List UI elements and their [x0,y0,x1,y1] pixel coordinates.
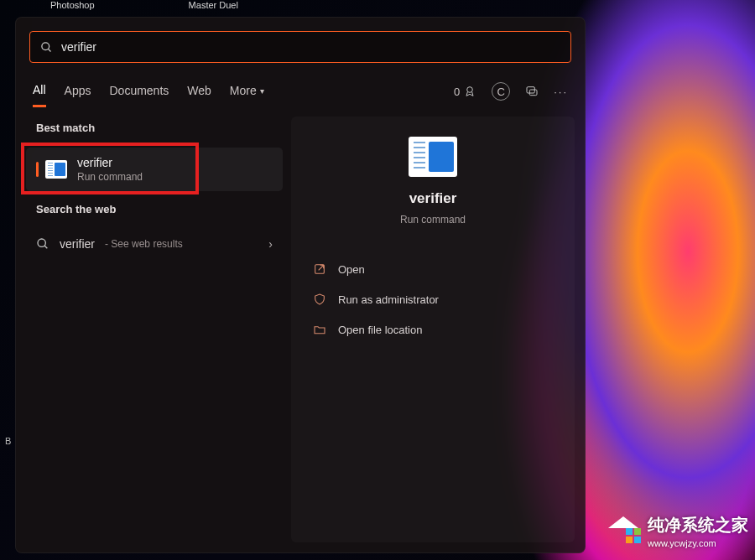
desktop-icon-label[interactable]: Master Duel [189,0,238,17]
action-run-admin[interactable]: Run as administrator [308,286,558,313]
action-label: Run as administrator [338,293,439,306]
profile-avatar[interactable]: C [492,82,510,101]
results-left-column: Best match verifier Run command Search t… [26,117,283,542]
folder-icon [313,323,326,336]
search-web-label: Search the web [26,198,283,222]
start-search-panel: All Apps Documents Web More▾ 0 C ··· Bes… [15,17,586,553]
search-icon [40,41,53,54]
header-actions: 0 C ··· [454,82,568,101]
svg-point-5 [38,239,45,246]
action-open[interactable]: Open [308,256,558,283]
chevron-down-icon: ▾ [260,86,264,96]
more-options-icon[interactable]: ··· [554,86,568,98]
shield-icon [313,293,326,306]
tab-more[interactable]: More▾ [230,76,264,107]
desktop-icons-row: Photoshop Master Duel [50,0,755,17]
run-command-icon-large [409,137,457,177]
tab-web[interactable]: Web [187,76,211,107]
svg-line-6 [44,246,47,248]
web-term: verifier [60,237,95,251]
points-value: 0 [454,86,460,98]
chevron-right-icon: › [268,237,273,251]
web-search-result[interactable]: verifier - See web results › [26,229,283,259]
best-match-text: verifier Run command [77,156,143,183]
rewards-points[interactable]: 0 [454,85,476,98]
tabs-row: All Apps Documents Web More▾ 0 C ··· [16,73,585,110]
desktop-icon-label[interactable]: Photoshop [50,0,95,17]
detail-header: verifier Run command [308,137,558,226]
action-label: Open [338,263,365,276]
result-detail-pane: verifier Run command Open Run as adminis… [291,117,575,542]
web-detail: - See web results [105,238,183,250]
tab-apps[interactable]: Apps [65,76,91,107]
selection-accent [36,162,39,177]
svg-line-1 [48,49,50,51]
best-match-subtitle: Run command [77,171,143,183]
tab-documents[interactable]: Documents [109,76,169,107]
svg-point-0 [42,42,49,49]
svg-rect-4 [529,90,537,96]
svg-point-2 [467,87,473,93]
detail-actions: Open Run as administrator Open file loca… [308,256,558,343]
search-input[interactable] [61,40,560,54]
run-command-icon [45,160,67,179]
filter-tabs: All Apps Documents Web More▾ [33,76,264,107]
best-match-title: verifier [77,156,143,169]
search-icon [36,237,49,251]
tab-all[interactable]: All [33,76,46,107]
best-match-result[interactable]: verifier Run command [26,148,283,191]
watermark-logo [606,516,641,547]
medal-icon [463,85,476,98]
chat-icon[interactable] [525,85,539,98]
detail-title: verifier [409,190,457,207]
watermark: 纯净系统之家 www.ycwjzy.com [606,514,748,548]
cutoff-text: B [5,436,11,446]
watermark-text: 纯净系统之家 [648,514,748,537]
results-content: Best match verifier Run command Search t… [16,110,585,552]
best-match-label: Best match [26,117,283,141]
watermark-url: www.ycwjzy.com [648,538,748,548]
open-icon [313,262,326,276]
search-box[interactable] [29,31,571,63]
action-label: Open file location [338,324,422,336]
detail-subtitle: Run command [400,214,466,226]
action-open-location[interactable]: Open file location [308,316,558,343]
